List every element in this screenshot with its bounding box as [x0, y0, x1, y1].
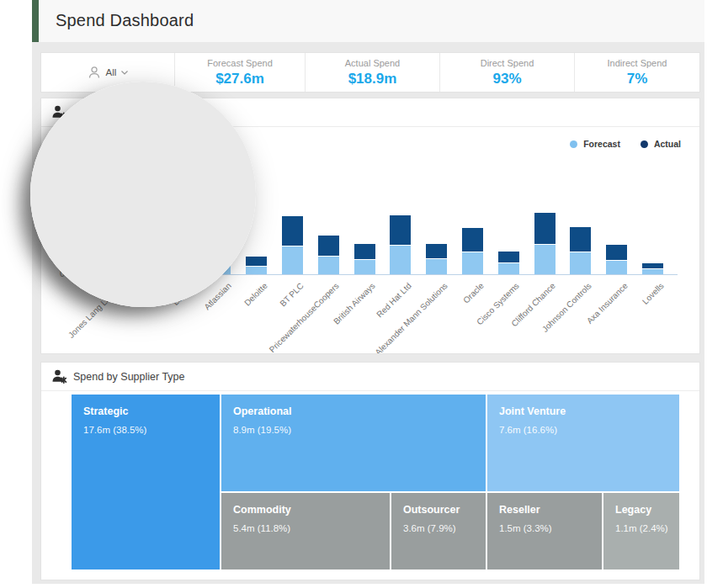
bar-stack[interactable]	[570, 227, 591, 274]
supplier-filter-dropdown[interactable]: All	[41, 53, 175, 92]
bar-stack[interactable]	[426, 244, 447, 274]
kpi-value: $18.9m	[348, 71, 397, 87]
treemap-cell-operational[interactable]: Operational8.9m (19.5%)	[221, 395, 486, 491]
bar-stack[interactable]	[606, 245, 627, 274]
treemap-cell-value: 1.1m (2.4%)	[615, 523, 672, 533]
panel-header: Spend by Supplier	[41, 98, 699, 127]
panel-header: Spend by Supplier Type	[41, 363, 699, 391]
treemap-cell-joint-venture[interactable]: Joint Venture7.6m (16.6%)	[487, 395, 679, 491]
treemap-cell-value: 7.6m (16.6%)	[499, 425, 672, 435]
bar-stack[interactable]	[246, 257, 267, 274]
bar-actual-segment[interactable]	[462, 228, 483, 252]
bar-stack[interactable]	[138, 228, 159, 274]
bar-forecast-segment[interactable]	[354, 260, 375, 274]
legend-item-actual[interactable]: Actual	[641, 139, 681, 149]
bar-forecast-segment[interactable]	[606, 261, 627, 274]
treemap-cell-strategic[interactable]: Strategic17.6m (38.5%)	[72, 395, 220, 569]
bar-forecast-segment[interactable]	[498, 263, 519, 274]
supplier-settings-icon	[52, 369, 67, 384]
bar-stack[interactable]	[534, 213, 556, 274]
x-axis-label: Deloitte	[242, 281, 269, 308]
bar-actual-segment[interactable]	[570, 227, 591, 252]
bar-forecast-segment[interactable]	[570, 252, 591, 274]
bar-stack[interactable]	[642, 263, 663, 274]
x-axis-label: Lenovo	[171, 281, 197, 307]
supplier-settings-icon	[52, 105, 67, 119]
x-axis-label: Alexander Mann Solutions	[373, 281, 449, 354]
bar-actual-segment[interactable]	[426, 244, 447, 258]
legend-dot	[641, 140, 648, 148]
bar-actual-segment[interactable]	[210, 236, 231, 258]
bar-stack[interactable]	[318, 236, 339, 274]
bar-stack[interactable]	[390, 215, 411, 274]
legend-dot	[570, 140, 577, 148]
bar-forecast-segment[interactable]	[462, 252, 483, 274]
treemap-cell-commodity[interactable]: Commodity5.4m (11.8%)	[221, 493, 390, 569]
bar-actual-segment[interactable]	[138, 228, 159, 252]
bar-actual-segment[interactable]	[246, 257, 267, 266]
bar-actual-segment[interactable]	[174, 212, 195, 245]
sidebar-edge-strip	[32, 0, 39, 42]
bar-actual-segment[interactable]	[606, 245, 627, 260]
x-axis-label: Oracle	[461, 281, 486, 305]
bar-actual-segment[interactable]	[534, 213, 556, 244]
kpi-stats-bar: All Forecast Spend $27.6m Actual Spend $…	[40, 52, 700, 93]
kpi-forecast-spend: Forecast Spend $27.6m	[175, 53, 306, 92]
x-axis-label: Red Hat Ltd	[375, 281, 413, 320]
bar-forecast-segment[interactable]	[174, 246, 195, 274]
bar-forecast-segment[interactable]	[102, 241, 123, 274]
bar-forecast-segment[interactable]	[210, 259, 231, 274]
bar-forecast-segment[interactable]	[534, 245, 556, 274]
bar-forecast-segment[interactable]	[138, 253, 159, 274]
bar-stack[interactable]	[174, 212, 195, 274]
y-axis-tick: 0 m	[60, 268, 75, 278]
x-axis-line	[88, 274, 678, 275]
bar-forecast-segment[interactable]	[426, 259, 447, 274]
filter-label: All	[106, 67, 117, 77]
bar-forecast-segment[interactable]	[282, 246, 303, 274]
treemap-cell-label: Strategic	[83, 405, 213, 417]
spend-by-supplier-type-panel: Spend by Supplier Type Strategic17.6m (3…	[40, 362, 700, 580]
kpi-label: Actual Spend	[345, 58, 400, 68]
kpi-indirect-spend: Indirect Spend 7%	[575, 53, 699, 92]
treemap-cell-legacy[interactable]: Legacy1.1m (2.4%)	[603, 493, 679, 569]
bar-actual-segment[interactable]	[318, 236, 339, 256]
kpi-actual-spend: Actual Spend $18.9m	[306, 53, 440, 92]
panel-title: Spend by Supplier Type	[73, 371, 185, 383]
x-axis-label: PricewaterhouseCoopers	[268, 281, 341, 354]
bar-actual-segment[interactable]	[498, 252, 519, 262]
bar-actual-segment[interactable]	[102, 202, 123, 240]
chart-legend: ForecastActual	[570, 139, 681, 149]
kpi-label: Forecast Spend	[207, 58, 273, 68]
kpi-label: Direct Spend	[481, 58, 534, 68]
bar-stack[interactable]	[282, 216, 303, 274]
kpi-value: $27.6m	[215, 71, 264, 87]
bar-actual-segment[interactable]	[390, 215, 411, 245]
legend-item-forecast[interactable]: Forecast	[570, 139, 620, 149]
person-icon	[88, 66, 101, 79]
treemap-cell-value: 17.6m (38.5%)	[83, 425, 213, 435]
bar-stack[interactable]	[102, 202, 123, 274]
bar-actual-segment[interactable]	[354, 244, 375, 259]
page-title: Spend Dashboard	[56, 11, 194, 30]
x-axis-label: Atlassian	[202, 281, 232, 311]
bar-actual-segment[interactable]	[282, 216, 303, 246]
bar-stack[interactable]	[354, 244, 375, 274]
bar-forecast-segment[interactable]	[318, 257, 339, 274]
x-axis-label: BT PLC	[278, 281, 305, 308]
bar-forecast-segment[interactable]	[246, 267, 267, 274]
bar-forecast-segment[interactable]	[390, 246, 411, 274]
kpi-value: 7%	[627, 71, 648, 87]
bar-stack[interactable]	[210, 236, 231, 274]
treemap-cell-label: Operational	[233, 405, 479, 417]
bar-forecast-segment[interactable]	[642, 269, 663, 274]
treemap-cell-outsourcer[interactable]: Outsourcer3.6m (7.9%)	[391, 493, 486, 569]
y-axis-tick: 2 m	[60, 172, 75, 182]
bar-actual-segment[interactable]	[642, 263, 663, 268]
treemap-cell-value: 3.6m (7.9%)	[403, 523, 479, 533]
bar-stack[interactable]	[462, 228, 483, 274]
legend-label: Actual	[654, 139, 681, 149]
treemap-cell-label: Commodity	[233, 504, 383, 516]
treemap-cell-reseller[interactable]: Reseller1.5m (3.3%)	[487, 493, 602, 569]
bar-stack[interactable]	[498, 252, 519, 274]
